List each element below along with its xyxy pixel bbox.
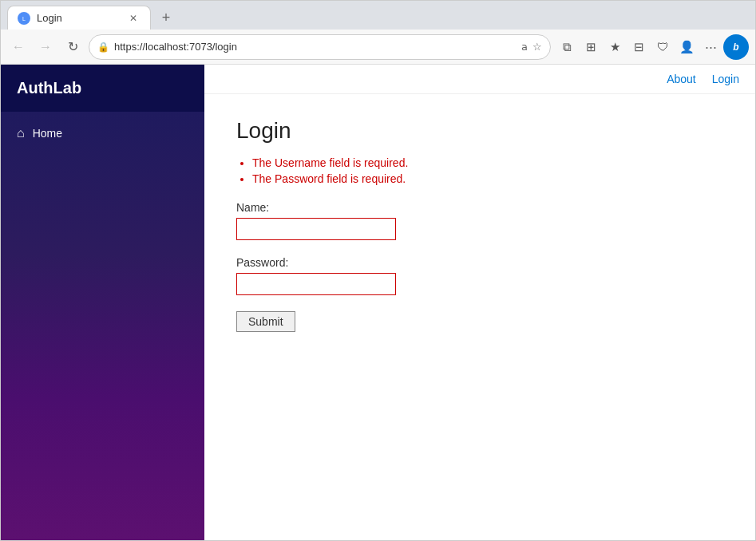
password-label: Password:: [236, 256, 723, 269]
tab-favicon: L: [18, 12, 30, 25]
page-title: Login: [236, 118, 723, 144]
address-bar[interactable]: 🔒 https://localhost:7073/login 𝖺 ☆: [89, 34, 551, 60]
sidebar-brand: AuthLab: [1, 65, 204, 112]
collections-icon[interactable]: ⊟: [627, 36, 650, 58]
split-screen-icon[interactable]: ⊞: [580, 36, 602, 58]
settings-more-button[interactable]: ⋯: [699, 36, 722, 58]
tab-bar: L Login ✕ +: [1, 1, 755, 30]
password-field-group: Password:: [236, 256, 723, 295]
forward-button[interactable]: →: [34, 36, 57, 58]
tab-title: Login: [37, 12, 62, 24]
tab-close-button[interactable]: ✕: [126, 11, 141, 26]
sidebar-item-home[interactable]: ⌂ Home: [1, 118, 204, 148]
extensions-icon[interactable]: ⧉: [556, 36, 578, 58]
refresh-button[interactable]: ↻: [61, 36, 84, 58]
active-tab[interactable]: L Login ✕: [7, 6, 151, 30]
back-button[interactable]: ←: [7, 36, 30, 58]
main-content: About Login Login The Username field is …: [204, 65, 755, 540]
new-tab-button[interactable]: +: [154, 6, 178, 30]
submit-button[interactable]: Submit: [236, 311, 295, 332]
svg-text:L: L: [22, 16, 26, 22]
validation-list: The Username field is required. The Pass…: [236, 156, 723, 185]
name-input[interactable]: [236, 218, 396, 240]
browser-essentials-icon[interactable]: 🛡: [651, 36, 674, 58]
content-area: Login The Username field is required. Th…: [204, 94, 755, 540]
login-link[interactable]: Login: [712, 73, 739, 85]
sidebar: AuthLab ⌂ Home: [1, 65, 204, 540]
favorites-bar-icon[interactable]: ★: [604, 36, 626, 58]
bing-copilot-button[interactable]: b: [723, 34, 749, 60]
about-link[interactable]: About: [667, 73, 696, 85]
navigation-bar: ← → ↻ 🔒 https://localhost:7073/login 𝖺 ☆…: [1, 30, 755, 65]
browser-window: L Login ✕ + ← → ↻ 🔒 https://localhost:70…: [0, 0, 756, 541]
page-content: AuthLab ⌂ Home About Login Login: [1, 65, 755, 540]
profile-icon[interactable]: 👤: [675, 36, 698, 58]
name-field-group: Name:: [236, 201, 723, 240]
browser-toolbar-right: ⧉ ⊞ ★ ⊟ 🛡 👤 ⋯ b: [556, 34, 749, 60]
password-input[interactable]: [236, 273, 396, 295]
sidebar-navigation: ⌂ Home: [1, 112, 204, 155]
validation-error-username: The Username field is required.: [252, 156, 723, 169]
name-label: Name:: [236, 201, 723, 214]
login-form: Name: Password: Submit: [236, 201, 723, 332]
home-icon: ⌂: [17, 126, 25, 140]
validation-error-password: The Password field is required.: [252, 172, 723, 185]
top-navigation: About Login: [204, 65, 755, 94]
sidebar-home-label: Home: [33, 127, 62, 140]
address-text: https://localhost:7073/login: [114, 41, 517, 53]
lock-icon: 🔒: [97, 41, 109, 53]
read-aloud-icon[interactable]: 𝖺: [521, 41, 528, 53]
favorites-icon[interactable]: ☆: [532, 41, 542, 53]
validation-summary: The Username field is required. The Pass…: [236, 156, 723, 185]
